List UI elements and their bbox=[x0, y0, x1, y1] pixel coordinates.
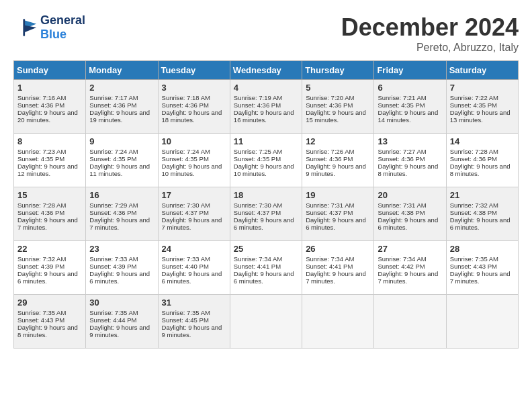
calendar-cell: 20 Sunrise: 7:31 AM Sunset: 4:38 PM Dayl… bbox=[374, 187, 446, 241]
column-header-thursday: Thursday bbox=[302, 61, 374, 80]
daylight-label: Daylight: 9 hours and 9 minutes. bbox=[306, 163, 366, 177]
day-number: 23 bbox=[89, 244, 154, 254]
sunrise-label: Sunrise: 7:27 AM bbox=[378, 148, 426, 155]
sunrise-label: Sunrise: 7:24 AM bbox=[162, 148, 210, 155]
sunrise-label: Sunrise: 7:31 AM bbox=[378, 201, 426, 209]
sunset-label: Sunset: 4:35 PM bbox=[89, 155, 136, 163]
daylight-label: Daylight: 9 hours and 8 minutes. bbox=[378, 163, 438, 177]
calendar-cell: 17 Sunrise: 7:30 AM Sunset: 4:37 PM Dayl… bbox=[158, 187, 230, 241]
daylight-label: Daylight: 9 hours and 8 minutes. bbox=[450, 163, 511, 177]
sunset-label: Sunset: 4:42 PM bbox=[378, 263, 425, 270]
column-header-wednesday: Wednesday bbox=[230, 61, 302, 80]
day-number: 29 bbox=[17, 298, 82, 308]
svg-rect-3 bbox=[23, 19, 25, 36]
day-number: 31 bbox=[162, 298, 226, 308]
sunrise-label: Sunrise: 7:35 AM bbox=[89, 309, 138, 316]
day-number: 30 bbox=[89, 298, 154, 308]
sunset-label: Sunset: 4:44 PM bbox=[89, 316, 136, 324]
calendar-cell: 26 Sunrise: 7:34 AM Sunset: 4:41 PM Dayl… bbox=[302, 241, 374, 295]
page-header: GeneralBlue December 2024 Pereto, Abruzz… bbox=[13, 13, 519, 54]
sunrise-label: Sunrise: 7:34 AM bbox=[378, 255, 426, 263]
sunset-label: Sunset: 4:35 PM bbox=[378, 101, 425, 109]
calendar-cell: 19 Sunrise: 7:31 AM Sunset: 4:37 PM Dayl… bbox=[302, 187, 374, 241]
daylight-label: Daylight: 9 hours and 7 minutes. bbox=[306, 270, 366, 285]
column-header-saturday: Saturday bbox=[446, 61, 518, 80]
sunrise-label: Sunrise: 7:31 AM bbox=[306, 201, 354, 209]
location: Pereto, Abruzzo, Italy bbox=[341, 42, 519, 54]
sunset-label: Sunset: 4:36 PM bbox=[89, 209, 136, 216]
sunset-label: Sunset: 4:41 PM bbox=[234, 263, 281, 270]
sunset-label: Sunset: 4:36 PM bbox=[378, 155, 425, 163]
sunrise-label: Sunrise: 7:32 AM bbox=[450, 201, 498, 209]
sunset-label: Sunset: 4:36 PM bbox=[450, 155, 497, 163]
sunrise-label: Sunrise: 7:26 AM bbox=[306, 148, 354, 155]
calendar-cell: 15 Sunrise: 7:28 AM Sunset: 4:36 PM Dayl… bbox=[14, 187, 86, 241]
day-number: 21 bbox=[450, 190, 515, 200]
day-number: 5 bbox=[306, 83, 370, 93]
daylight-label: Daylight: 9 hours and 16 minutes. bbox=[234, 109, 294, 124]
calendar-cell: 16 Sunrise: 7:29 AM Sunset: 4:36 PM Dayl… bbox=[86, 187, 158, 241]
sunrise-label: Sunrise: 7:35 AM bbox=[162, 309, 210, 316]
calendar-cell: 11 Sunrise: 7:25 AM Sunset: 4:35 PM Dayl… bbox=[230, 134, 302, 187]
daylight-label: Daylight: 9 hours and 20 minutes. bbox=[17, 109, 78, 124]
sunset-label: Sunset: 4:40 PM bbox=[162, 263, 209, 270]
sunset-label: Sunset: 4:38 PM bbox=[378, 209, 425, 216]
sunset-label: Sunset: 4:36 PM bbox=[17, 209, 64, 216]
header-row: SundayMondayTuesdayWednesdayThursdayFrid… bbox=[14, 61, 519, 80]
day-number: 6 bbox=[378, 83, 442, 93]
sunset-label: Sunset: 4:35 PM bbox=[17, 155, 64, 163]
calendar-cell bbox=[302, 295, 374, 349]
day-number: 14 bbox=[450, 136, 515, 146]
sunrise-label: Sunrise: 7:28 AM bbox=[17, 201, 66, 209]
sunrise-label: Sunrise: 7:32 AM bbox=[17, 255, 66, 263]
daylight-label: Daylight: 9 hours and 12 minutes. bbox=[17, 163, 78, 177]
logo-blue: Blue bbox=[40, 28, 66, 41]
day-number: 20 bbox=[378, 190, 442, 200]
calendar-table: SundayMondayTuesdayWednesdayThursdayFrid… bbox=[13, 60, 519, 349]
daylight-label: Daylight: 9 hours and 13 minutes. bbox=[450, 109, 511, 124]
daylight-label: Daylight: 9 hours and 6 minutes. bbox=[378, 216, 438, 231]
daylight-label: Daylight: 9 hours and 10 minutes. bbox=[234, 163, 294, 177]
day-number: 13 bbox=[378, 136, 442, 146]
sunset-label: Sunset: 4:36 PM bbox=[306, 155, 353, 163]
sunset-label: Sunset: 4:36 PM bbox=[306, 101, 353, 109]
column-header-monday: Monday bbox=[86, 61, 158, 80]
daylight-label: Daylight: 9 hours and 18 minutes. bbox=[162, 109, 222, 124]
calendar-cell: 5 Sunrise: 7:20 AM Sunset: 4:36 PM Dayli… bbox=[302, 80, 374, 134]
daylight-label: Daylight: 9 hours and 6 minutes. bbox=[89, 270, 150, 285]
calendar-cell: 27 Sunrise: 7:34 AM Sunset: 4:42 PM Dayl… bbox=[374, 241, 446, 295]
calendar-cell: 14 Sunrise: 7:28 AM Sunset: 4:36 PM Dayl… bbox=[446, 134, 518, 187]
calendar-cell: 7 Sunrise: 7:22 AM Sunset: 4:35 PM Dayli… bbox=[446, 80, 518, 134]
calendar-cell: 24 Sunrise: 7:33 AM Sunset: 4:40 PM Dayl… bbox=[158, 241, 230, 295]
week-row: 22 Sunrise: 7:32 AM Sunset: 4:39 PM Dayl… bbox=[14, 241, 519, 295]
daylight-label: Daylight: 9 hours and 6 minutes. bbox=[17, 270, 78, 285]
calendar-cell bbox=[374, 295, 446, 349]
day-number: 4 bbox=[234, 83, 298, 93]
column-header-tuesday: Tuesday bbox=[158, 61, 230, 80]
sunrise-label: Sunrise: 7:30 AM bbox=[162, 201, 210, 209]
sunset-label: Sunset: 4:41 PM bbox=[306, 263, 353, 270]
logo-general: GeneralBlue bbox=[40, 13, 85, 42]
calendar-cell: 29 Sunrise: 7:35 AM Sunset: 4:43 PM Dayl… bbox=[14, 295, 86, 349]
day-number: 9 bbox=[89, 136, 154, 146]
sunset-label: Sunset: 4:37 PM bbox=[306, 209, 353, 216]
sunrise-label: Sunrise: 7:30 AM bbox=[234, 201, 282, 209]
sunset-label: Sunset: 4:43 PM bbox=[17, 316, 64, 324]
daylight-label: Daylight: 9 hours and 11 minutes. bbox=[89, 163, 150, 177]
calendar-cell: 22 Sunrise: 7:32 AM Sunset: 4:39 PM Dayl… bbox=[14, 241, 86, 295]
sunrise-label: Sunrise: 7:17 AM bbox=[89, 94, 138, 101]
calendar-cell: 6 Sunrise: 7:21 AM Sunset: 4:35 PM Dayli… bbox=[374, 80, 446, 134]
sunset-label: Sunset: 4:35 PM bbox=[450, 101, 497, 109]
day-number: 1 bbox=[17, 83, 82, 93]
calendar-cell bbox=[230, 295, 302, 349]
sunrise-label: Sunrise: 7:29 AM bbox=[89, 201, 138, 209]
daylight-label: Daylight: 9 hours and 14 minutes. bbox=[378, 109, 438, 124]
day-number: 7 bbox=[450, 83, 515, 93]
day-number: 22 bbox=[17, 244, 82, 254]
sunrise-label: Sunrise: 7:20 AM bbox=[306, 94, 354, 101]
daylight-label: Daylight: 9 hours and 7 minutes. bbox=[450, 270, 511, 285]
day-number: 26 bbox=[306, 244, 370, 254]
sunrise-label: Sunrise: 7:16 AM bbox=[17, 94, 66, 101]
column-header-sunday: Sunday bbox=[14, 61, 86, 80]
sunrise-label: Sunrise: 7:22 AM bbox=[450, 94, 498, 101]
